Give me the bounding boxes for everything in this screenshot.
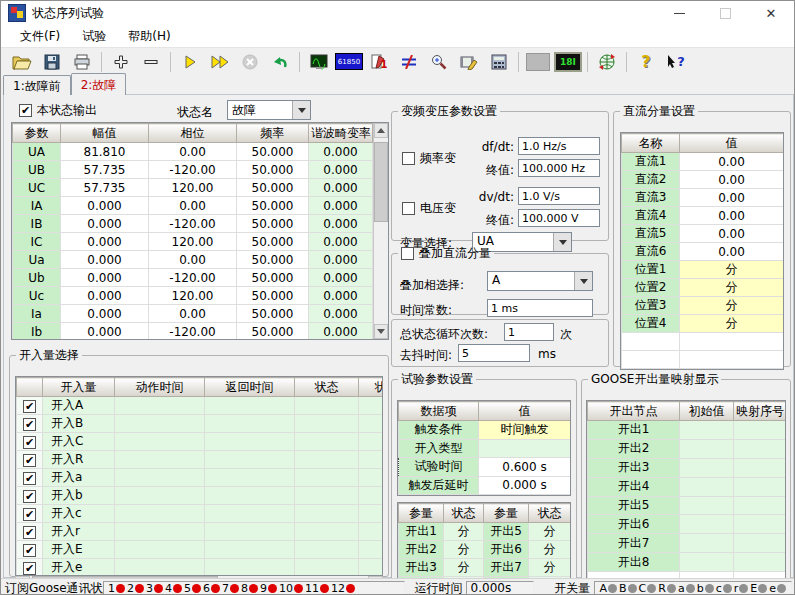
table-cell[interactable]: 位置2 bbox=[622, 279, 680, 297]
table-cell[interactable]: 开出2 bbox=[588, 439, 680, 458]
table-cell[interactable] bbox=[359, 433, 384, 451]
table-cell[interactable]: 0.00 bbox=[149, 197, 237, 215]
table-cell[interactable]: 120.00 bbox=[149, 287, 237, 305]
table-cell[interactable]: 开出7 bbox=[484, 559, 529, 577]
table-cell[interactable] bbox=[295, 451, 359, 469]
table-cell[interactable]: 分 bbox=[680, 261, 784, 279]
table-cell[interactable]: -120.00 bbox=[149, 323, 237, 341]
freq-change-checkbox[interactable]: 频率变 bbox=[402, 150, 456, 167]
table-cell[interactable]: 分 bbox=[444, 523, 484, 541]
table-cell[interactable]: 开出5 bbox=[588, 496, 680, 515]
table-cell[interactable] bbox=[115, 523, 205, 541]
table-cell[interactable] bbox=[205, 397, 295, 415]
table-cell[interactable]: 开出3 bbox=[399, 559, 444, 577]
input-checkbox[interactable]: ✔ bbox=[23, 544, 36, 557]
print-button[interactable] bbox=[67, 50, 97, 74]
param-name-cell[interactable]: 试验时间 bbox=[399, 458, 479, 477]
table-cell[interactable]: 0.00 bbox=[149, 143, 237, 161]
table-cell[interactable]: 直流5 bbox=[622, 225, 680, 243]
table-cell[interactable]: 0.000 bbox=[309, 305, 373, 323]
scroll-up-button[interactable] bbox=[374, 123, 388, 138]
table-cell[interactable]: 分 bbox=[529, 541, 571, 559]
table-cell[interactable] bbox=[680, 477, 734, 496]
table-cell[interactable] bbox=[359, 397, 384, 415]
report-button[interactable]: 1 bbox=[364, 50, 394, 74]
dc-superpose-checkbox[interactable] bbox=[401, 247, 414, 260]
table-cell[interactable]: 开出1 bbox=[588, 421, 680, 440]
table-cell[interactable] bbox=[205, 415, 295, 433]
waveform-display-button[interactable] bbox=[304, 50, 334, 74]
input-checkbox[interactable]: ✔ bbox=[23, 526, 36, 539]
input-checkbox[interactable]: ✔ bbox=[23, 562, 36, 575]
table-cell[interactable] bbox=[359, 541, 384, 559]
table-cell[interactable]: 0.000 bbox=[309, 323, 373, 341]
stop-button[interactable] bbox=[235, 50, 265, 74]
table-cell[interactable]: 开出6 bbox=[588, 515, 680, 534]
table-cell[interactable]: 81.810 bbox=[61, 143, 149, 161]
table-cell[interactable]: 0.00 bbox=[680, 207, 784, 225]
menu-file[interactable]: 文件(F) bbox=[9, 26, 71, 47]
table-cell[interactable]: Ub bbox=[13, 269, 61, 287]
table-cell[interactable] bbox=[295, 523, 359, 541]
param-table-scrollbar[interactable] bbox=[373, 123, 388, 339]
table-cell[interactable]: Ia bbox=[13, 305, 61, 323]
table-cell[interactable] bbox=[359, 469, 384, 487]
table-cell[interactable]: IB bbox=[13, 215, 61, 233]
table-cell[interactable]: IA bbox=[13, 197, 61, 215]
table-cell[interactable] bbox=[205, 523, 295, 541]
table-cell[interactable]: 开出2 bbox=[399, 541, 444, 559]
table-cell[interactable]: 0.000 bbox=[309, 143, 373, 161]
table-cell[interactable]: 分 bbox=[680, 279, 784, 297]
blank-display-button[interactable] bbox=[523, 50, 553, 74]
tab-state-2[interactable]: 2:故障 bbox=[71, 73, 127, 95]
table-cell[interactable] bbox=[295, 541, 359, 559]
table-cell[interactable]: UA bbox=[13, 143, 61, 161]
table-cell[interactable]: -120.00 bbox=[149, 161, 237, 179]
table-cell[interactable] bbox=[359, 415, 384, 433]
save-button[interactable] bbox=[37, 50, 67, 74]
open-file-button[interactable] bbox=[7, 50, 37, 74]
table-cell[interactable]: 0.00 bbox=[149, 251, 237, 269]
table-cell[interactable]: 0.000 bbox=[61, 251, 149, 269]
maximize-button[interactable] bbox=[702, 1, 748, 25]
table-cell[interactable] bbox=[115, 559, 205, 577]
table-cell[interactable] bbox=[359, 523, 384, 541]
table-cell[interactable]: -120.00 bbox=[149, 269, 237, 287]
input-label-cell[interactable]: 开入e bbox=[43, 559, 115, 577]
table-cell[interactable]: -120.00 bbox=[149, 215, 237, 233]
table-cell[interactable]: 开出8 bbox=[588, 553, 680, 572]
table-cell[interactable]: 位置1 bbox=[622, 261, 680, 279]
undo-button[interactable] bbox=[265, 50, 295, 74]
table-cell[interactable]: 50.000 bbox=[237, 287, 309, 305]
table-cell[interactable]: 0.000 bbox=[61, 287, 149, 305]
table-cell[interactable] bbox=[734, 439, 786, 458]
table-cell[interactable]: 0.000 bbox=[61, 197, 149, 215]
input-label-cell[interactable]: 开入a bbox=[43, 469, 115, 487]
table-cell[interactable] bbox=[295, 397, 359, 415]
table-cell[interactable] bbox=[295, 433, 359, 451]
table-cell[interactable]: 开出6 bbox=[484, 541, 529, 559]
table-cell[interactable]: 0.000 bbox=[309, 251, 373, 269]
phase-select-combo[interactable]: A bbox=[487, 271, 593, 291]
table-cell[interactable]: 开出4 bbox=[588, 477, 680, 496]
table-cell[interactable]: 50.000 bbox=[237, 215, 309, 233]
table-cell[interactable] bbox=[115, 451, 205, 469]
table-cell[interactable] bbox=[680, 421, 734, 440]
table-cell[interactable]: 50.000 bbox=[237, 161, 309, 179]
close-button[interactable]: ✕ bbox=[748, 1, 794, 25]
param-name-cell[interactable]: 开入类型 bbox=[399, 439, 479, 458]
dvdt-input[interactable]: 1.0 V/s bbox=[518, 187, 600, 205]
remove-state-button[interactable] bbox=[136, 50, 166, 74]
table-cell[interactable] bbox=[295, 505, 359, 523]
input-label-cell[interactable]: 开入b bbox=[43, 487, 115, 505]
table-cell[interactable]: 开出1 bbox=[399, 523, 444, 541]
table-cell[interactable]: 0.00 bbox=[680, 189, 784, 207]
table-cell[interactable]: 分 bbox=[529, 523, 571, 541]
menu-help[interactable]: 帮助(H) bbox=[117, 26, 181, 47]
param-name-cell[interactable]: 触发后延时 bbox=[399, 476, 479, 495]
table-cell[interactable]: 0.00 bbox=[149, 305, 237, 323]
table-cell[interactable]: 50.000 bbox=[237, 269, 309, 287]
table-cell[interactable]: 50.000 bbox=[237, 143, 309, 161]
table-cell[interactable]: 开出5 bbox=[484, 523, 529, 541]
table-cell[interactable] bbox=[734, 477, 786, 496]
